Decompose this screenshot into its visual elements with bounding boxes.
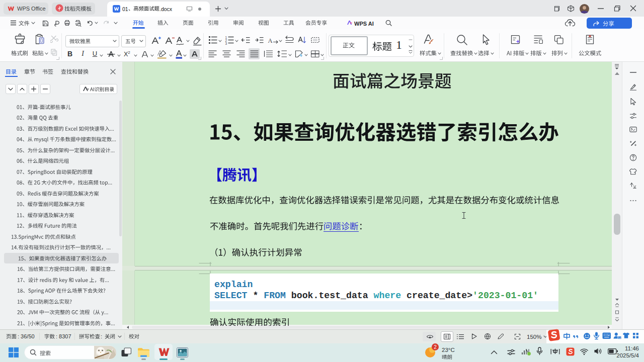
svg-text:14: 14 xyxy=(618,337,621,339)
svg-text:3: 3 xyxy=(225,42,227,45)
svg-text:A: A xyxy=(268,37,273,44)
